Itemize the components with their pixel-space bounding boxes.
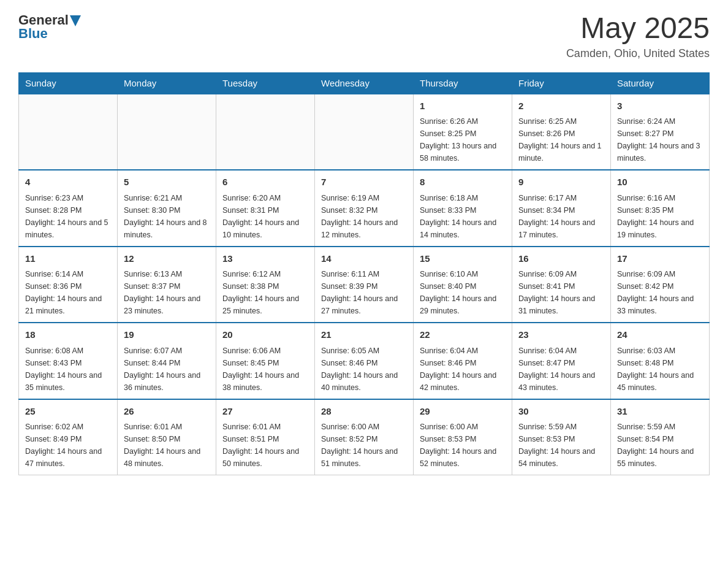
- day-number: 15: [420, 252, 506, 266]
- day-info: Sunrise: 6:19 AM Sunset: 8:32 PM Dayligh…: [321, 192, 407, 241]
- calendar-cell: 17Sunrise: 6:09 AM Sunset: 8:42 PM Dayli…: [611, 247, 710, 323]
- day-info: Sunrise: 6:26 AM Sunset: 8:25 PM Dayligh…: [420, 115, 506, 164]
- day-number: 16: [518, 252, 604, 266]
- day-number: 20: [222, 328, 308, 342]
- calendar-cell: 18Sunrise: 6:08 AM Sunset: 8:43 PM Dayli…: [19, 323, 118, 399]
- calendar-cell: 26Sunrise: 6:01 AM Sunset: 8:50 PM Dayli…: [118, 399, 216, 475]
- day-number: 1: [420, 99, 506, 113]
- day-number: 14: [321, 252, 407, 266]
- day-info: Sunrise: 6:09 AM Sunset: 8:41 PM Dayligh…: [518, 268, 604, 317]
- day-number: 31: [617, 405, 703, 419]
- day-info: Sunrise: 6:01 AM Sunset: 8:50 PM Dayligh…: [124, 421, 210, 470]
- column-header-monday: Monday: [118, 72, 216, 94]
- calendar-cell: 7Sunrise: 6:19 AM Sunset: 8:32 PM Daylig…: [315, 170, 414, 247]
- calendar-table: SundayMondayTuesdayWednesdayThursdayFrid…: [18, 72, 710, 476]
- calendar-cell: [19, 94, 118, 170]
- month-year-title: May 2025: [566, 12, 710, 45]
- day-number: 19: [124, 328, 210, 342]
- logo: General Blue: [18, 12, 81, 42]
- day-number: 11: [25, 252, 111, 266]
- calendar-cell: 20Sunrise: 6:06 AM Sunset: 8:45 PM Dayli…: [216, 323, 315, 399]
- calendar-cell: 24Sunrise: 6:03 AM Sunset: 8:48 PM Dayli…: [611, 323, 710, 399]
- day-info: Sunrise: 6:23 AM Sunset: 8:28 PM Dayligh…: [25, 192, 111, 241]
- page-header: General Blue May 2025 Camden, Ohio, Unit…: [18, 12, 710, 60]
- day-info: Sunrise: 5:59 AM Sunset: 8:53 PM Dayligh…: [518, 421, 604, 470]
- column-header-friday: Friday: [512, 72, 611, 94]
- calendar-cell: 21Sunrise: 6:05 AM Sunset: 8:46 PM Dayli…: [315, 323, 414, 399]
- calendar-cell: 9Sunrise: 6:17 AM Sunset: 8:34 PM Daylig…: [512, 170, 611, 247]
- day-info: Sunrise: 6:16 AM Sunset: 8:35 PM Dayligh…: [617, 192, 703, 241]
- calendar-cell: 6Sunrise: 6:20 AM Sunset: 8:31 PM Daylig…: [216, 170, 315, 247]
- calendar-cell: 8Sunrise: 6:18 AM Sunset: 8:33 PM Daylig…: [414, 170, 512, 247]
- day-number: 28: [321, 405, 407, 419]
- calendar-cell: 27Sunrise: 6:01 AM Sunset: 8:51 PM Dayli…: [216, 399, 315, 475]
- calendar-cell: 16Sunrise: 6:09 AM Sunset: 8:41 PM Dayli…: [512, 247, 611, 323]
- day-info: Sunrise: 6:25 AM Sunset: 8:26 PM Dayligh…: [518, 115, 604, 164]
- day-number: 29: [420, 405, 506, 419]
- calendar-header-row: SundayMondayTuesdayWednesdayThursdayFrid…: [19, 72, 710, 94]
- column-header-sunday: Sunday: [19, 72, 118, 94]
- day-number: 26: [124, 405, 210, 419]
- day-number: 9: [518, 175, 604, 190]
- logo-blue: Blue: [18, 26, 48, 42]
- day-info: Sunrise: 6:20 AM Sunset: 8:31 PM Dayligh…: [222, 192, 308, 241]
- day-number: 12: [124, 252, 210, 266]
- day-info: Sunrise: 6:21 AM Sunset: 8:30 PM Dayligh…: [124, 192, 210, 241]
- column-header-tuesday: Tuesday: [216, 72, 315, 94]
- calendar-week-row: 11Sunrise: 6:14 AM Sunset: 8:36 PM Dayli…: [19, 247, 710, 323]
- day-info: Sunrise: 6:13 AM Sunset: 8:37 PM Dayligh…: [124, 268, 210, 317]
- day-number: 2: [518, 99, 604, 113]
- day-info: Sunrise: 6:06 AM Sunset: 8:45 PM Dayligh…: [222, 345, 308, 394]
- day-info: Sunrise: 6:04 AM Sunset: 8:47 PM Dayligh…: [518, 345, 604, 394]
- calendar-cell: 14Sunrise: 6:11 AM Sunset: 8:39 PM Dayli…: [315, 247, 414, 323]
- column-header-thursday: Thursday: [414, 72, 512, 94]
- calendar-cell: 11Sunrise: 6:14 AM Sunset: 8:36 PM Dayli…: [19, 247, 118, 323]
- day-info: Sunrise: 6:17 AM Sunset: 8:34 PM Dayligh…: [518, 192, 604, 241]
- calendar-cell: 28Sunrise: 6:00 AM Sunset: 8:52 PM Dayli…: [315, 399, 414, 475]
- calendar-cell: 4Sunrise: 6:23 AM Sunset: 8:28 PM Daylig…: [19, 170, 118, 247]
- calendar-cell: [216, 94, 315, 170]
- day-number: 5: [124, 175, 210, 190]
- calendar-week-row: 18Sunrise: 6:08 AM Sunset: 8:43 PM Dayli…: [19, 323, 710, 399]
- day-number: 24: [617, 328, 703, 342]
- calendar-cell: 2Sunrise: 6:25 AM Sunset: 8:26 PM Daylig…: [512, 94, 611, 170]
- day-number: 13: [222, 252, 308, 266]
- day-info: Sunrise: 6:00 AM Sunset: 8:53 PM Dayligh…: [420, 421, 506, 470]
- day-info: Sunrise: 6:12 AM Sunset: 8:38 PM Dayligh…: [222, 268, 308, 317]
- calendar-cell: 30Sunrise: 5:59 AM Sunset: 8:53 PM Dayli…: [512, 399, 611, 475]
- day-info: Sunrise: 6:04 AM Sunset: 8:46 PM Dayligh…: [420, 345, 506, 394]
- day-number: 10: [617, 175, 703, 190]
- day-info: Sunrise: 6:00 AM Sunset: 8:52 PM Dayligh…: [321, 421, 407, 470]
- day-number: 22: [420, 328, 506, 342]
- day-info: Sunrise: 6:01 AM Sunset: 8:51 PM Dayligh…: [222, 421, 308, 470]
- day-number: 18: [25, 328, 111, 342]
- calendar-cell: 13Sunrise: 6:12 AM Sunset: 8:38 PM Dayli…: [216, 247, 315, 323]
- day-info: Sunrise: 6:07 AM Sunset: 8:44 PM Dayligh…: [124, 345, 210, 394]
- calendar-cell: 19Sunrise: 6:07 AM Sunset: 8:44 PM Dayli…: [118, 323, 216, 399]
- calendar-cell: 1Sunrise: 6:26 AM Sunset: 8:25 PM Daylig…: [414, 94, 512, 170]
- calendar-week-row: 1Sunrise: 6:26 AM Sunset: 8:25 PM Daylig…: [19, 94, 710, 170]
- day-info: Sunrise: 6:09 AM Sunset: 8:42 PM Dayligh…: [617, 268, 703, 317]
- calendar-cell: 5Sunrise: 6:21 AM Sunset: 8:30 PM Daylig…: [118, 170, 216, 247]
- day-info: Sunrise: 6:03 AM Sunset: 8:48 PM Dayligh…: [617, 345, 703, 394]
- day-number: 8: [420, 175, 506, 190]
- calendar-cell: [118, 94, 216, 170]
- day-info: Sunrise: 6:02 AM Sunset: 8:49 PM Dayligh…: [25, 421, 111, 470]
- title-section: May 2025 Camden, Ohio, United States: [566, 12, 710, 60]
- day-number: 6: [222, 175, 308, 190]
- day-number: 3: [617, 99, 703, 113]
- day-number: 17: [617, 252, 703, 266]
- calendar-cell: 15Sunrise: 6:10 AM Sunset: 8:40 PM Dayli…: [414, 247, 512, 323]
- day-info: Sunrise: 6:18 AM Sunset: 8:33 PM Dayligh…: [420, 192, 506, 241]
- day-info: Sunrise: 5:59 AM Sunset: 8:54 PM Dayligh…: [617, 421, 703, 470]
- day-info: Sunrise: 6:08 AM Sunset: 8:43 PM Dayligh…: [25, 345, 111, 394]
- column-header-wednesday: Wednesday: [315, 72, 414, 94]
- calendar-cell: 22Sunrise: 6:04 AM Sunset: 8:46 PM Dayli…: [414, 323, 512, 399]
- calendar-cell: 10Sunrise: 6:16 AM Sunset: 8:35 PM Dayli…: [611, 170, 710, 247]
- day-number: 27: [222, 405, 308, 419]
- day-number: 7: [321, 175, 407, 190]
- day-number: 30: [518, 405, 604, 419]
- day-info: Sunrise: 6:10 AM Sunset: 8:40 PM Dayligh…: [420, 268, 506, 317]
- day-number: 21: [321, 328, 407, 342]
- calendar-cell: 29Sunrise: 6:00 AM Sunset: 8:53 PM Dayli…: [414, 399, 512, 475]
